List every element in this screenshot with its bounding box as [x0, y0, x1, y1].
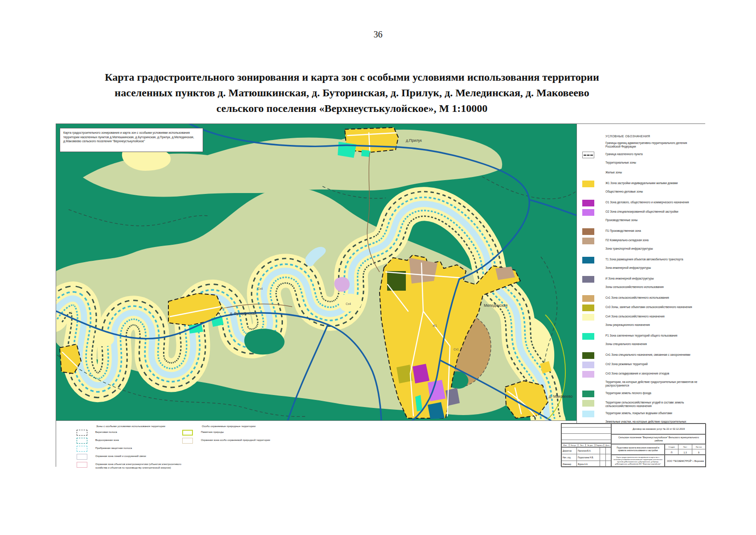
- legend-item: О1 Зона делового, общественного и коммер…: [582, 200, 702, 206]
- page-number: 36: [0, 29, 756, 40]
- col-data: Дата: [604, 444, 611, 446]
- suit-legend-item-label: Береговая полоса: [95, 430, 117, 434]
- col-list: Лист: [578, 444, 586, 446]
- legend-swatch: [582, 391, 594, 397]
- legend-item-label: Сх1 Зона сельскохозяйственного использов…: [605, 295, 669, 300]
- legend-item-label: Границы единиц административно-территори…: [605, 141, 700, 149]
- legend-item: Сх1 Зона сельскохозяйственного использов…: [582, 295, 702, 302]
- signer-row: Инженер Фурса А.А.: [562, 461, 611, 467]
- sheet-value: 1.3: [678, 449, 692, 455]
- signer-role: Инженер: [562, 461, 577, 467]
- legend-swatch: [582, 209, 594, 216]
- signer-name: Подколзина Н.В.: [577, 454, 600, 461]
- legend-item-label: П1 Производственная зона: [605, 228, 641, 233]
- oopt-legend-item-label: Охранная зона особо охраняемой природной…: [201, 438, 270, 442]
- document-title-line2: населенных пунктов д. Матюшкинская, д. Б…: [27, 85, 677, 101]
- suit-legend-item: Водоохранная зона: [77, 438, 189, 444]
- signer-date-cell: [606, 454, 611, 461]
- oopt-legend: Особо охраняемые природные территории Па…: [182, 425, 270, 446]
- signer-role: Нач. отд.: [562, 454, 577, 461]
- legend-item: Т1 Зона размещения объектов автомобильно…: [582, 257, 702, 263]
- oopt-legend-item: Охранная зона особо охраняемой природной…: [182, 438, 270, 444]
- revision-grid: [561, 424, 611, 443]
- map-label-butorinskaya: д. Буторинская: [230, 311, 257, 316]
- col-podpis: Подпись: [595, 444, 604, 446]
- legend-swatch: [582, 333, 594, 340]
- legend-swatch: [582, 247, 594, 254]
- project-cell: Подготовка проекта внесения изменений в …: [611, 444, 665, 455]
- suit-legend-item: Прибрежная защитная полоса: [77, 446, 189, 452]
- legend-item: Зоны рекреационного назначения: [582, 323, 702, 330]
- map-inset-title: Карта градостроительного зонирования и к…: [60, 128, 203, 152]
- map-sheet: д.Прилук д. Буторинская Мелединская д. М…: [56, 123, 705, 467]
- legend-item-label: Производственные зоны: [605, 218, 637, 222]
- legend-swatch: [582, 371, 594, 378]
- legend-item: Производственные зоны: [582, 218, 702, 225]
- legend-item-label: Зона транспортной инфраструктуры: [605, 247, 653, 251]
- signers: Директор Пригачев В.А. Нач. отд. Подколз…: [561, 447, 611, 467]
- legend-item-label: Зоны специального назначения: [605, 342, 647, 346]
- legend-swatch: [582, 238, 594, 244]
- oopt-legend-items: Памятник природы Охранная зона особо охр…: [182, 430, 270, 444]
- legend-swatch: [582, 152, 594, 158]
- bottom-legend-strip: Зоны с особыми условиями использования т…: [56, 420, 576, 467]
- zone-code-zh1: Ж1: [433, 324, 437, 327]
- signer-date-cell: [606, 461, 611, 467]
- legend-swatch: [582, 314, 594, 321]
- legend-item-label: О1 Зона делового, общественного и коммер…: [605, 200, 689, 204]
- legend-swatch: [582, 295, 594, 302]
- suit-legend: Зоны с особыми условиями использования т…: [77, 425, 189, 472]
- contract-cell: Договор на оказание услуг № 22 от 02.12.…: [611, 424, 706, 434]
- legend-swatch: [582, 411, 594, 417]
- legend-swatch: [582, 276, 594, 283]
- suit-legend-item: Береговая полоса: [77, 430, 189, 436]
- legend-item: Зоны сельскохозяйственного использования: [582, 285, 702, 292]
- legend-item: Территории, на которые действие градостр…: [582, 380, 702, 388]
- suit-legend-item-label: Охранная зона линий и сооружений связи: [95, 454, 146, 458]
- legend-item: Ж1 Зона застройки индивидуальными жилыми…: [582, 181, 702, 187]
- legend-swatch: [582, 266, 594, 273]
- zone-code-sx1: Сх1: [454, 348, 459, 351]
- legend-item: Территориальные зоны: [582, 161, 702, 168]
- signer-row: Нач. отд. Подколзина Н.В.: [562, 454, 611, 461]
- oopt-legend-swatch: [182, 438, 193, 444]
- document-title: Карта градостроительного зонирования и к…: [27, 70, 677, 116]
- legend-item-label: Ж1 Зона застройки индивидуальными жилыми…: [605, 181, 678, 185]
- suit-legend-item-label: Охранная зона объектов электроэнергетики…: [95, 462, 189, 469]
- signer-role: Директор: [562, 448, 577, 454]
- legend-item: Сп3 Зона складирования и захоронения отх…: [582, 371, 702, 378]
- revision-header-row: Изм. Кол.уч. Лист № док. Подпись Дата: [561, 443, 611, 447]
- legend-item: Зоны специального назначения: [582, 342, 702, 349]
- legend-item: Сх4 Зона сельскохозяйственного назначени…: [582, 314, 702, 321]
- signer-signature-cell: [600, 454, 606, 461]
- legend-item-label: Сп3 Зона складирования и захоронения отх…: [605, 371, 669, 375]
- signer-signature-cell: [600, 461, 606, 467]
- suit-legend-swatch: [77, 446, 87, 452]
- legend-item: Жилые зоны: [582, 171, 702, 177]
- document-title-line3: сельского поселения «Верхнеустькулойское…: [27, 101, 677, 116]
- suit-legend-item: Охранная зона линий и сооружений связи: [77, 454, 189, 460]
- stage-sheet-grid: Стадия Лист Листов П 1.3 9: [665, 444, 706, 455]
- legend-item-label: Граница населенного пункта: [605, 152, 643, 156]
- legend-swatch: [582, 171, 594, 177]
- suit-legend-swatch: [77, 438, 87, 444]
- col-koluch: Кол.уч.: [569, 444, 578, 446]
- legend-item-label: Сп1 Зона специального назначения, связан…: [605, 352, 691, 357]
- legend-swatch: [582, 323, 594, 330]
- legend-item: Территории сельскохозяйственных угодий в…: [582, 400, 702, 408]
- legend-swatch: [582, 362, 594, 368]
- stage-value: П: [665, 449, 678, 455]
- map-label-meledinskaya: Мелединская: [484, 303, 507, 308]
- legend-swatch: [582, 257, 594, 263]
- oopt-legend-swatch: [182, 430, 193, 436]
- legend-swatch: [582, 200, 594, 206]
- legend-swatch: [582, 352, 594, 359]
- legend-item: О2 Зона специализированной общественной …: [582, 209, 702, 216]
- legend-item-label: Сх4 Зона сельскохозяйственного назначени…: [605, 314, 665, 318]
- legend-swatch: [582, 380, 594, 387]
- suit-legend-items: Береговая полоса Водоохранная зона Прибр…: [77, 430, 189, 469]
- legend-item-label: Сх3 Зоны, занятые объектами сельскохозяй…: [605, 305, 692, 309]
- zoning-map: д.Прилук д. Буторинская Мелединская д. М…: [56, 124, 576, 420]
- legend-swatch: [582, 342, 594, 349]
- legend-item: Зона транспортной инфраструктуры: [582, 247, 702, 254]
